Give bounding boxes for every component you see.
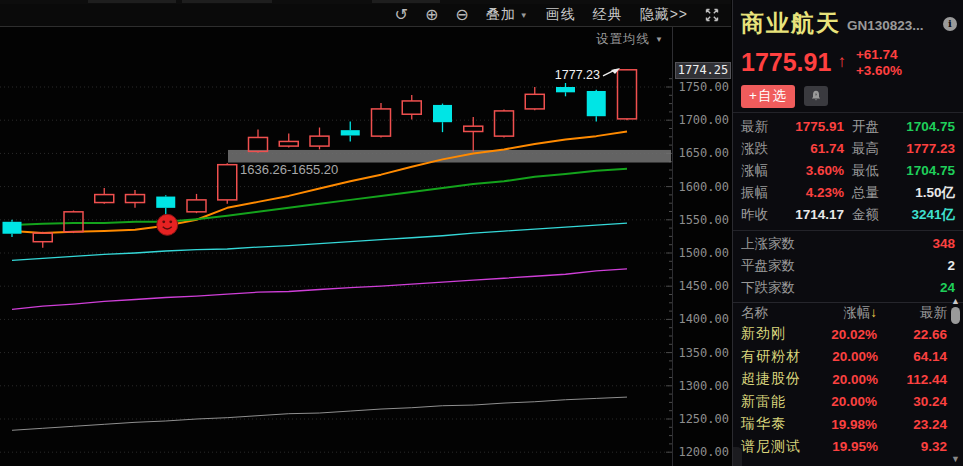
fullscreen-icon[interactable] [705,8,719,22]
stock-price: 64.14 [878,349,947,364]
overlay-label: 叠加 [486,6,516,24]
stat-label: 昨收 [741,204,768,226]
y-axis-tick: 1600.00 [675,180,729,194]
zoom-in-icon[interactable]: ⊕ [425,7,438,23]
stat-label: 振幅 [741,182,768,204]
y-axis: 1774.25 1750.001700.001650.001600.001550… [674,27,732,466]
y-axis-tick: 1500.00 [675,246,729,260]
count-value: 348 [932,233,955,255]
stat-value: 61.74 [776,138,844,160]
stat-value: 1714.17 [776,204,844,226]
market-breadth-row: 上涨家数348 [741,233,955,255]
quote-panel: 商业航天 GN130823... i 1775.91 ↑ +61.74 +3.6… [732,0,963,466]
price-row: 1775.91 ↑ +61.74 +3.60% [733,44,963,78]
y-axis-tick: 1350.00 [675,346,729,360]
add-watchlist-button[interactable]: +自选 [741,85,795,108]
chart-canvas[interactable]: 1636.26-1655.201777.23 [0,27,674,466]
candlestick-chart[interactable]: 1636.26-1655.201777.23 设置均线 ▼ [0,27,674,466]
chevron-down-icon: ▼ [655,35,664,44]
table-row[interactable]: 超捷股份20.00%112.44 [733,368,963,391]
stock-price: 23.24 [877,417,947,432]
stat-value: 4.23% [776,182,844,204]
table-row[interactable]: 谱尼测试19.95%9.32 [733,436,963,459]
market-breadth-row: 下跌家数24 [741,277,955,299]
stat-value: 1777.23 [887,138,955,160]
y-axis-tick: 1450.00 [675,279,729,293]
stock-name: 瑞华泰 [741,415,799,433]
stat-value: 1704.75 [887,116,955,138]
y-axis-tick: 1650.00 [675,146,729,160]
stat-label: 涨跌 [741,138,768,160]
market-breadth: 上涨家数348平盘家数2下跌家数24 [733,231,963,299]
stat-value: 3.60% [776,160,844,182]
scroll-down-icon[interactable]: ▼ [949,454,962,464]
stock-change-pct: 20.00% [801,372,878,387]
scrollbar-thumb[interactable] [951,307,960,324]
quote-stats-grid: 最新1775.91开盘1704.75涨跌61.74最高1777.23涨幅3.60… [733,113,963,226]
stock-name: 新雷能 [741,393,799,411]
stock-name: 超捷股份 [741,370,801,388]
classic-button[interactable]: 经典 [593,6,623,24]
chevron-down-icon: ▼ [520,11,529,20]
zoom-out-icon[interactable]: ⊖ [455,7,468,23]
stat-label: 金额 [852,204,879,226]
quote-header: 商业航天 GN130823... i [733,0,963,44]
stock-name: 新劲刚 [741,325,799,343]
stat-label: 总量 [852,182,879,204]
column-header-pct[interactable]: 涨幅↓ [799,304,877,322]
y-axis-tick: 1400.00 [675,312,729,326]
hide-button[interactable]: 隐藏>> [640,6,688,24]
table-scrollbar[interactable]: ▲ ▼ [949,294,962,466]
stat-label: 最低 [852,160,879,182]
stat-value: 3241亿 [887,204,955,226]
market-breadth-row: 平盘家数2 [741,255,955,277]
y-axis-tick: 1750.00 [675,80,729,94]
price-change-pct: +3.60% [856,63,902,78]
undo-icon[interactable]: ↺ [395,7,408,23]
alert-bell-button[interactable] [804,86,828,106]
table-row[interactable]: 新雷能20.00%30.24 [733,391,963,414]
draw-line-button[interactable]: 画线 [546,6,576,24]
count-label: 上涨家数 [741,233,795,255]
stat-label: 开盘 [852,116,879,138]
overlay-menu-button[interactable]: 叠加 ▼ [486,6,529,24]
price-change: +61.74 [856,47,902,62]
sort-descending-icon: ↓ [870,305,877,320]
ma-settings-label: 设置均线 [596,31,650,48]
svg-text:1636.26-1655.20: 1636.26-1655.20 [240,162,338,177]
stat-label: 最新 [741,116,768,138]
stock-price: 9.32 [878,439,947,454]
up-arrow-icon: ↑ [837,52,846,72]
stat-value: 1.50亿 [887,182,955,204]
stock-price: 112.44 [878,372,947,387]
last-price: 1775.91 [741,48,831,77]
index-code: GN130823... [847,18,924,33]
smiley-marker [157,214,178,235]
column-header-name[interactable]: 名称 [741,304,799,322]
bell-icon [810,90,822,102]
y-axis-tick: 1300.00 [675,379,729,393]
y-axis-tick: 1250.00 [675,412,729,426]
stat-label: 涨幅 [741,160,768,182]
info-icon[interactable]: i [943,17,957,31]
stock-change-pct: 19.95% [801,439,878,454]
stock-change-pct: 20.00% [799,394,877,409]
index-title: 商业航天 [741,10,841,36]
stat-label: 最高 [852,138,879,160]
ma-settings-button[interactable]: 设置均线 ▼ [596,31,664,48]
y-axis-tick: 1550.00 [675,213,729,227]
stock-price: 22.66 [877,327,947,342]
svg-text:1777.23: 1777.23 [555,68,600,82]
stock-name: 谱尼测试 [741,438,801,456]
y-axis-tick: 1200.00 [675,445,729,459]
table-row[interactable]: 有研粉材20.00%64.14 [733,346,963,369]
column-header-price[interactable]: 最新 [877,304,947,322]
stock-app-window: ↺ ⊕ ⊖ 叠加 ▼ 画线 经典 隐藏>> 1636.26-1655.20177… [0,0,963,466]
table-row[interactable]: 瑞华泰19.98%23.24 [733,413,963,436]
stock-change-pct: 20.00% [801,349,878,364]
stock-change-pct: 19.98% [799,417,877,432]
y-axis-tick: 1700.00 [675,113,729,127]
table-row[interactable]: 新劲刚20.02%22.66 [733,323,963,346]
table-header: 名称 涨幅↓ 最新 [733,302,963,323]
scroll-up-icon[interactable]: ▲ [949,296,962,306]
